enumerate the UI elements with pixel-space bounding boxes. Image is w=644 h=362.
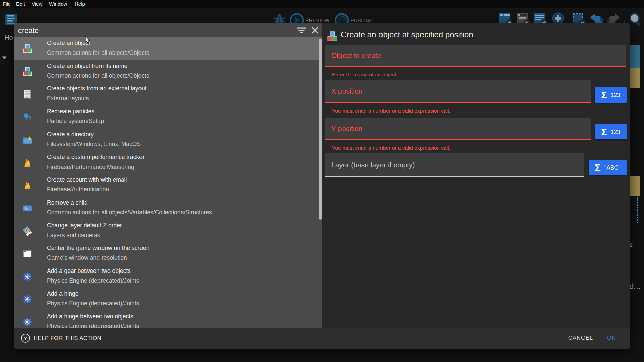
mouse-cursor (85, 36, 91, 44)
svg-text:Var: Var (25, 206, 30, 211)
menu-edit[interactable]: Edit (16, 0, 25, 8)
filter-icon[interactable] (297, 27, 306, 34)
cubes-icon (23, 44, 32, 53)
list-item-subtitle: External layouts (47, 95, 89, 102)
cancel-button[interactable]: CANCEL (568, 335, 593, 341)
list-item-title: Center the game window on the screen (47, 245, 149, 252)
layer-field[interactable]: Layer (base layer if empty) (325, 153, 584, 177)
list-item-title: Create account with with email (47, 176, 127, 183)
layers-icon (23, 226, 32, 236)
list-item[interactable]: Create a custom performance trackerFireb… (14, 151, 322, 174)
sigma-icon: Σ (595, 163, 601, 173)
instruction-editor-dialog: create Create an objectCommon actions fo… (14, 23, 630, 349)
var-icon: Var (23, 204, 32, 213)
sigma-icon: Σ (601, 127, 607, 137)
layer-expression-button-label: "ABC" (604, 164, 620, 171)
list-item-title: Create an object (47, 40, 90, 47)
list-item-title: Create objects from an external layout (47, 85, 147, 92)
menu-view[interactable]: View (32, 0, 42, 8)
svg-text:?: ? (24, 335, 27, 341)
list-item-title: Create an object from its name (47, 63, 127, 70)
list-item[interactable]: Create an object from its nameCommon act… (14, 60, 322, 83)
menu-help[interactable]: Help (75, 0, 85, 8)
search-result-list: Create an objectCommon actions for all o… (14, 37, 322, 328)
list-item-subtitle: Filesystem/Windows, Linux, MacOS (47, 141, 141, 148)
list-item-subtitle: Physics Engine (deprecated)/Joints (47, 323, 139, 328)
object-to-create-field[interactable]: Object to create (325, 45, 626, 67)
list-item-subtitle: Common actions for all objects/Variables… (47, 209, 212, 216)
layer-label: Layer (base layer if empty) (331, 161, 415, 169)
x-error-text: You must enter a number or a valid expre… (332, 108, 450, 114)
x-expression-button[interactable]: Σ 123 (595, 87, 627, 103)
search-toolbar-icon[interactable] (628, 12, 643, 27)
chevron-down-icon[interactable] (2, 56, 7, 59)
menu-file[interactable]: File (3, 0, 11, 8)
sigma-icon: Σ (601, 90, 607, 100)
list-item-title: Add a hinge between two objects (47, 313, 133, 320)
create-object-icon (327, 31, 337, 42)
list-item[interactable]: Recreate particlesParticle system/Setup (14, 106, 322, 129)
help-for-action-button[interactable]: HELP FOR THIS ACTION (34, 335, 102, 341)
list-item-subtitle: Particle system/Setup (47, 118, 104, 125)
x-position-field[interactable]: X position (325, 80, 591, 103)
help-icon[interactable]: ? (21, 333, 30, 343)
ok-button[interactable]: OK (607, 335, 616, 341)
sheet-icon (23, 89, 32, 99)
publish-label[interactable]: PUBLISH (350, 17, 373, 23)
close-icon[interactable] (312, 27, 318, 34)
background-text-fragment: d... (629, 282, 640, 291)
object-thumb-yellow (630, 68, 640, 88)
list-item[interactable]: VarRemove a childCommon actions for all … (14, 197, 322, 220)
x-position-label: X position (331, 87, 362, 95)
preview-label[interactable]: PREVIEW (305, 17, 330, 23)
list-item-subtitle: Physics Engine (deprecated)/Joints (47, 300, 139, 307)
gear-icon (23, 272, 32, 281)
layer-expression-button[interactable]: Σ "ABC" (589, 160, 627, 175)
menu-window[interactable]: Window (49, 0, 67, 8)
list-item[interactable]: Create an objectCommon actions for all o… (14, 37, 322, 60)
y-expression-button-label: 123 (611, 129, 620, 136)
window-icon (23, 249, 32, 258)
list-item-title: Create a directory (47, 131, 94, 138)
folder-icon (23, 135, 32, 145)
list-item-subtitle: Common actions for all objects/Objects (47, 49, 149, 57)
scrollbar-thumb[interactable] (319, 39, 322, 220)
object-thumb-yellow (630, 176, 640, 196)
y-position-label: Y position (331, 124, 362, 133)
dialog-footer: ? HELP FOR THIS ACTION CANCEL OK (14, 328, 630, 349)
list-item[interactable]: Add a gear between two objectsPhysics En… (14, 265, 322, 288)
list-item-subtitle: Firebase/Authentication (47, 186, 109, 193)
object-helper-text: Enter the name of an object. (332, 72, 398, 78)
list-item-title: Create a custom performance tracker (47, 154, 145, 161)
tab-home-fragment[interactable]: Ho (4, 34, 13, 42)
search-bar[interactable]: create (14, 23, 322, 37)
list-item-title: Add a gear between two objects (47, 267, 131, 275)
y-position-field[interactable]: Y position (325, 118, 591, 140)
search-input[interactable]: create (18, 26, 39, 35)
firebase-icon (23, 181, 32, 190)
list-item-title: Remove a child (47, 199, 88, 206)
menu-bar: File Edit View Window Help (0, 0, 644, 8)
list-item-title: Recreate particles (47, 108, 94, 115)
list-item-subtitle: Firebase/Performance Measuring (47, 164, 134, 171)
list-item[interactable]: Add a hingePhysics Engine (deprecated)/J… (14, 288, 322, 311)
list-item-title: Change layer default Z order (47, 222, 122, 229)
x-expression-button-label: 123 (611, 92, 620, 99)
list-item[interactable]: Add a hinge between two objectsPhysics E… (14, 311, 322, 328)
list-item-subtitle: Common actions for all objects/Objects (47, 72, 149, 79)
firebase-icon (23, 158, 32, 168)
search-results-panel: create Create an objectCommon actions fo… (14, 23, 322, 328)
list-item[interactable]: Create account with with emailFirebase/A… (14, 174, 322, 197)
list-item[interactable]: Create objects from an external layoutEx… (14, 83, 322, 106)
list-item-subtitle: Layers and cameras (47, 232, 100, 239)
action-title: Create an object at specified position (341, 30, 473, 39)
list-item-subtitle: Physics Engine (deprecated)/Joints (47, 277, 139, 284)
list-item[interactable]: Center the game window on the screenGame… (14, 242, 322, 265)
y-expression-button[interactable]: Σ 123 (595, 124, 627, 139)
gear-icon (23, 295, 32, 304)
list-item[interactable]: Create a directoryFilesystem/Windows, Li… (14, 129, 322, 151)
list-item[interactable]: Change layer default Z orderLayers and c… (14, 220, 322, 243)
list-item-subtitle: Game's window and resolution (47, 254, 127, 261)
y-error-text: You must enter a number or a valid expre… (332, 145, 450, 151)
gear-icon (23, 317, 32, 327)
